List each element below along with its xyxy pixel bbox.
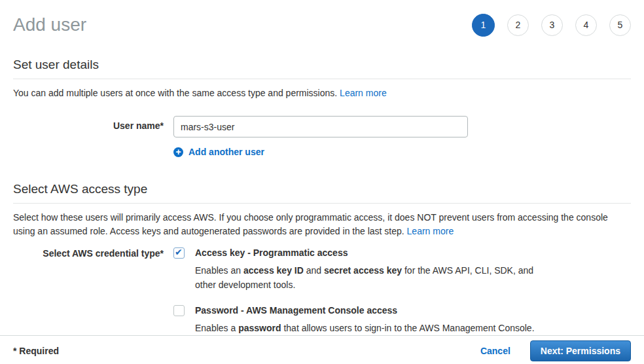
access-type-intro-text: Select how these users will primarily ac… <box>13 212 608 236</box>
password-option: Password - AWS Management Console access… <box>173 305 543 335</box>
password-checkbox[interactable] <box>173 305 185 316</box>
credential-options: Access key - Programmatic access Enables… <box>173 247 543 335</box>
next-permissions-button[interactable]: Next: Permissions <box>530 340 631 361</box>
add-another-user-label: Add another user <box>188 147 264 157</box>
section-heading-user-details: Set user details <box>13 58 631 79</box>
add-another-user-button[interactable]: Add another user <box>173 147 264 157</box>
required-note: * Required <box>13 346 59 356</box>
step-5: 5 <box>609 14 631 36</box>
cancel-button[interactable]: Cancel <box>480 346 510 356</box>
access-key-option-body: Access key - Programmatic access Enables… <box>195 247 543 292</box>
main-content: Add user 1 2 3 4 5 Set user details You … <box>0 0 644 335</box>
step-3: 3 <box>541 14 563 36</box>
access-key-option: Access key - Programmatic access Enables… <box>173 247 543 292</box>
section-heading-access-type: Select AWS access type <box>13 182 631 204</box>
password-option-desc: Enables a password that allows users to … <box>195 321 535 335</box>
learn-more-link-user-details[interactable]: Learn more <box>340 88 387 98</box>
user-details-intro: You can add multiple users at once with … <box>13 86 631 100</box>
step-1: 1 <box>472 14 495 37</box>
access-type-intro: Select how these users will primarily ac… <box>13 211 631 238</box>
learn-more-link-access-type[interactable]: Learn more <box>407 226 454 236</box>
user-name-input[interactable] <box>173 116 468 137</box>
user-details-intro-text: You can add multiple users at once with … <box>13 88 337 98</box>
wizard-step-indicator: 1 2 3 4 5 <box>472 14 631 37</box>
plus-icon <box>173 147 183 157</box>
credential-type-row: Select AWS credential type* Access key -… <box>13 247 631 335</box>
page-title: Add user <box>13 10 86 39</box>
credential-type-label: Select AWS credential type* <box>13 247 164 335</box>
password-option-title: Password - AWS Management Console access <box>195 305 535 316</box>
access-key-option-desc: Enables an access key ID and secret acce… <box>195 263 543 292</box>
password-option-body: Password - AWS Management Console access… <box>195 305 535 335</box>
step-4: 4 <box>575 14 597 36</box>
step-2: 2 <box>507 14 529 36</box>
page-header: Add user 1 2 3 4 5 <box>13 0 631 39</box>
user-name-row: User name* <box>13 116 631 137</box>
add-another-user-row: Add another user <box>173 147 631 157</box>
access-key-option-title: Access key - Programmatic access <box>195 247 543 259</box>
wizard-footer: * Required Cancel Next: Permissions <box>0 335 644 364</box>
user-name-field-wrapper <box>173 116 468 137</box>
user-name-label: User name* <box>13 116 164 137</box>
access-key-checkbox[interactable] <box>173 247 185 259</box>
